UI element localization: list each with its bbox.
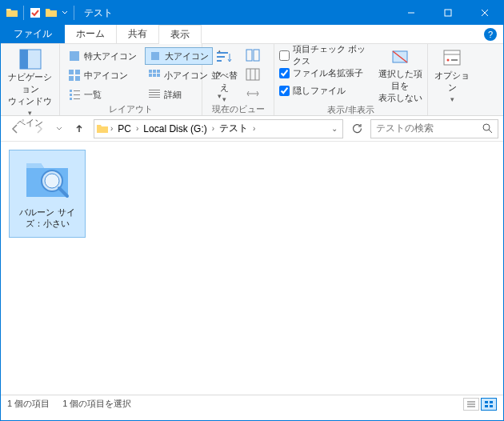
title-bar: テスト (1, 1, 503, 25)
ribbon: ナビゲーション ウィンドウ ▾ ペイン 特大アイコン 大アイコン 中アイコン 小… (1, 44, 503, 116)
layout-group-label: レイアウト (65, 103, 197, 115)
layout-list-button[interactable]: 一覧 (65, 86, 140, 103)
svg-rect-10 (149, 70, 152, 73)
svg-rect-42 (490, 401, 493, 403)
layout-list-label: 一覧 (84, 89, 102, 101)
qat-folder-icon[interactable] (45, 6, 58, 19)
options-label: オプション (433, 70, 471, 94)
options-group: オプション ▾ (428, 44, 476, 115)
add-columns-icon[interactable] (246, 68, 258, 81)
svg-rect-0 (30, 8, 40, 18)
svg-rect-26 (217, 52, 228, 54)
hidden-files-toggle[interactable]: 隠しファイル (279, 82, 372, 98)
search-input[interactable]: テストの検索 (370, 119, 498, 138)
sort-button[interactable]: 並べ替え ▾ (207, 47, 241, 103)
breadcrumb[interactable]: › PC › Local Disk (G:) › テスト › ⌄ (94, 119, 343, 138)
svg-rect-9 (75, 76, 80, 81)
svg-rect-25 (149, 97, 160, 98)
group-by-icon[interactable] (246, 49, 258, 62)
layout-m-label: 中アイコン (84, 70, 128, 82)
svg-rect-28 (217, 60, 222, 62)
file-ext-toggle[interactable]: ファイル名拡張子 (279, 65, 372, 81)
hide-selected-button[interactable]: 選択した項目を 表示しない (378, 47, 422, 104)
file-list[interactable]: バルーン サイズ：小さい (1, 142, 503, 395)
svg-rect-30 (254, 50, 259, 61)
svg-rect-41 (485, 401, 488, 403)
check-icon[interactable] (29, 6, 42, 19)
maximize-button[interactable] (430, 1, 466, 25)
address-bar: › PC › Local Disk (G:) › テスト › ⌄ テストの検索 (1, 116, 503, 142)
icons-view-button[interactable] (481, 398, 497, 411)
divider (23, 6, 24, 20)
svg-rect-23 (149, 92, 160, 93)
view-tab[interactable]: 表示 (159, 25, 202, 44)
breadcrumb-disk[interactable]: Local Disk (G:) (140, 123, 210, 134)
layout-s-label: 小アイコン (164, 70, 208, 82)
qat-dropdown-icon[interactable] (61, 6, 69, 19)
svg-rect-6 (69, 70, 74, 74)
svg-rect-17 (74, 90, 80, 91)
svg-rect-13 (149, 74, 152, 77)
svg-rect-44 (490, 405, 493, 407)
back-button[interactable] (6, 119, 25, 138)
details-view-button[interactable] (463, 398, 479, 411)
svg-rect-35 (444, 50, 460, 65)
layout-xl-label: 特大アイコン (84, 50, 137, 62)
home-tab[interactable]: ホーム (65, 25, 117, 43)
svg-point-40 (45, 174, 59, 188)
svg-rect-14 (153, 74, 156, 77)
svg-rect-43 (485, 405, 488, 407)
svg-rect-24 (149, 94, 160, 95)
svg-rect-7 (75, 70, 80, 74)
svg-point-38 (483, 124, 490, 130)
chevron-right-icon[interactable]: › (136, 124, 138, 133)
saved-search-icon (22, 155, 73, 203)
layout-xl-button[interactable]: 特大アイコン (65, 47, 140, 65)
close-button[interactable] (466, 1, 503, 25)
chk2-label: ファイル名拡張子 (293, 67, 363, 79)
search-placeholder: テストの検索 (376, 122, 434, 135)
svg-rect-19 (74, 94, 80, 95)
history-dropdown[interactable] (54, 119, 65, 138)
window-title: テスト (84, 6, 113, 20)
up-button[interactable] (70, 119, 89, 138)
hide-sel-label: 選択した項目を 表示しない (378, 68, 422, 104)
layout-group: 特大アイコン 大アイコン 中アイコン 小アイコン 一覧 詳細 ▴ ▾ ▾ レイア… (60, 44, 202, 115)
folder-icon (6, 6, 18, 19)
item-checkbox-toggle[interactable]: 項目チェック ボックス (279, 47, 372, 63)
chevron-right-icon[interactable]: › (110, 124, 113, 133)
breadcrumb-dropdown[interactable]: ⌄ (331, 124, 341, 133)
layout-m-button[interactable]: 中アイコン (65, 66, 140, 84)
minimize-button[interactable] (393, 1, 430, 25)
chevron-right-icon[interactable]: › (253, 124, 255, 133)
svg-rect-3 (20, 50, 28, 69)
svg-rect-16 (70, 90, 72, 92)
layout-detail-label: 詳細 (164, 89, 182, 101)
pane-group: ナビゲーション ウィンドウ ▾ ペイン (1, 44, 60, 115)
item-count: 1 個の項目 (7, 398, 50, 410)
navigation-pane-button[interactable]: ナビゲーション ウィンドウ ▾ (8, 47, 53, 117)
file-item[interactable]: バルーン サイズ：小さい (9, 150, 86, 238)
selected-count: 1 個の項目を選択 (62, 398, 131, 410)
svg-point-36 (447, 59, 450, 62)
breadcrumb-folder[interactable]: テスト (216, 122, 251, 135)
refresh-button[interactable] (348, 120, 366, 138)
options-button[interactable]: オプション ▾ (433, 47, 471, 103)
file-tab[interactable]: ファイル (1, 25, 65, 43)
folder-icon (96, 122, 109, 135)
breadcrumb-pc[interactable]: PC (114, 123, 134, 134)
chk3-label: 隠しファイル (293, 85, 346, 97)
svg-rect-12 (157, 70, 160, 73)
svg-rect-18 (70, 94, 72, 96)
size-columns-icon[interactable] (246, 87, 258, 100)
svg-rect-22 (149, 90, 160, 90)
nav-pane-label: ナビゲーション ウィンドウ (8, 71, 53, 107)
forward-button[interactable] (30, 119, 49, 138)
svg-rect-11 (153, 70, 156, 73)
help-icon[interactable]: ? (484, 28, 497, 41)
chevron-down-icon: ▾ (28, 109, 32, 117)
show-hide-group: 項目チェック ボックス ファイル名拡張子 隠しファイル 選択した項目を 表示しな… (274, 44, 428, 115)
svg-rect-4 (70, 51, 79, 61)
share-tab[interactable]: 共有 (117, 25, 159, 43)
chevron-right-icon[interactable]: › (212, 124, 214, 133)
